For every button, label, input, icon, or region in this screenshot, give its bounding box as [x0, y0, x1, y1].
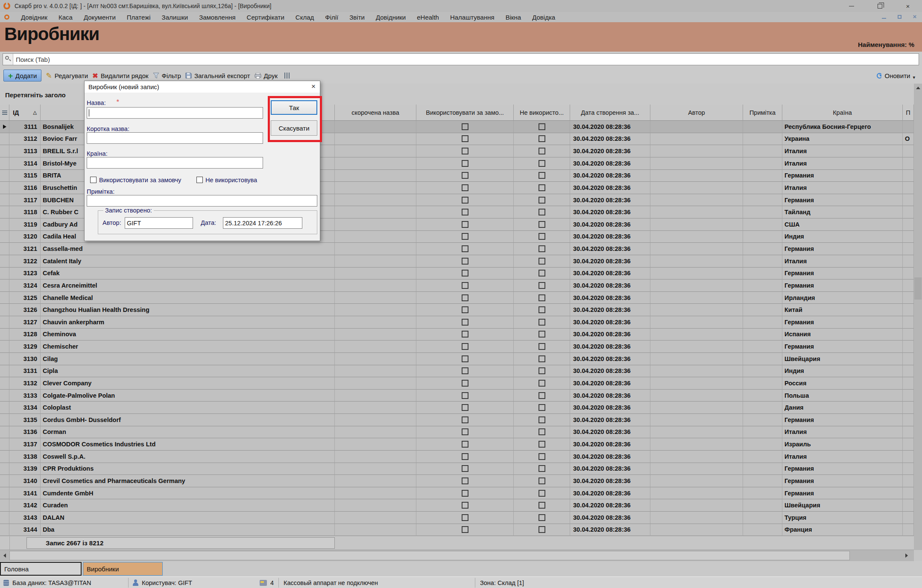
not-used-checkbox[interactable]: [539, 270, 545, 277]
cell-id[interactable]: 3138: [9, 451, 41, 463]
cell-created-date[interactable]: 30.04.2020 08:28:36: [570, 438, 650, 451]
cell-p[interactable]: [903, 292, 914, 304]
cell-id[interactable]: 3143: [9, 512, 41, 524]
cell-not-used[interactable]: [514, 463, 570, 475]
cell-author[interactable]: [650, 475, 743, 487]
cell-name[interactable]: Cefak: [41, 268, 335, 280]
column-header-id[interactable]: ІД△: [9, 105, 41, 121]
cell-created-date[interactable]: 30.04.2020 08:28:36: [570, 121, 650, 133]
cell-not-used[interactable]: [514, 341, 570, 353]
row-selector-cell[interactable]: [0, 329, 9, 341]
table-row[interactable]: 3133Colgate-Palmolive Polan30.04.2020 08…: [0, 390, 914, 402]
cell-author[interactable]: [650, 145, 743, 157]
cell-use-default[interactable]: [416, 316, 514, 329]
use-default-checkbox[interactable]: [462, 319, 468, 326]
cell-p[interactable]: [903, 279, 914, 292]
cell-created-date[interactable]: 30.04.2020 08:28:36: [570, 463, 650, 475]
vertical-scroll-thumb[interactable]: [914, 277, 922, 300]
cell-country[interactable]: Швейцария: [782, 353, 903, 365]
cell-p[interactable]: [903, 304, 914, 316]
cell-note[interactable]: [743, 475, 782, 487]
cell-short-name[interactable]: [335, 353, 416, 365]
cell-short-name[interactable]: [335, 194, 416, 207]
cell-country[interactable]: Республика Босния-Герцего: [782, 121, 903, 133]
search-icon[interactable]: [3, 54, 13, 65]
cell-note[interactable]: [743, 438, 782, 451]
cell-short-name[interactable]: [335, 390, 416, 402]
cell-created-date[interactable]: 30.04.2020 08:28:36: [570, 255, 650, 268]
cell-note[interactable]: [743, 426, 782, 439]
cell-author[interactable]: [650, 133, 743, 146]
cell-id[interactable]: 3131: [9, 365, 41, 378]
mdi-close-button[interactable]: ×: [910, 13, 919, 20]
cell-created-date[interactable]: 30.04.2020 08:28:36: [570, 487, 650, 500]
cell-name[interactable]: Cumdente GmbH: [41, 487, 335, 500]
cell-name[interactable]: Catalent Italy: [41, 255, 335, 268]
name-field[interactable]: [87, 107, 263, 119]
cell-author[interactable]: [650, 121, 743, 133]
cell-author[interactable]: [650, 365, 743, 378]
row-selector-cell[interactable]: [0, 157, 9, 170]
table-row[interactable]: 3123Cefak30.04.2020 08:28:36Германия: [0, 268, 914, 280]
cell-created-date[interactable]: 30.04.2020 08:28:36: [570, 182, 650, 194]
window-minimize-button[interactable]: [837, 0, 866, 12]
cell-use-default[interactable]: [416, 463, 514, 475]
cell-id[interactable]: 3125: [9, 292, 41, 304]
cell-name[interactable]: Colgate-Palmolive Polan: [41, 390, 335, 402]
column-header-p[interactable]: П: [903, 105, 914, 121]
cell-created-date[interactable]: 30.04.2020 08:28:36: [570, 475, 650, 487]
cell-not-used[interactable]: [514, 157, 570, 170]
cell-author[interactable]: [650, 438, 743, 451]
cell-use-default[interactable]: [416, 255, 514, 268]
cell-short-name[interactable]: [335, 329, 416, 341]
cell-name[interactable]: COSMODOR Cosmetics Industries Ltd: [41, 438, 335, 451]
cell-short-name[interactable]: [335, 121, 416, 133]
note-field[interactable]: [87, 195, 317, 207]
cell-author[interactable]: [650, 499, 743, 512]
cell-author[interactable]: [650, 402, 743, 414]
cell-short-name[interactable]: [335, 243, 416, 255]
cell-not-used[interactable]: [514, 487, 570, 500]
cell-created-date[interactable]: 30.04.2020 08:28:36: [570, 524, 650, 536]
cell-country[interactable]: Турция: [782, 512, 903, 524]
cell-id[interactable]: 3111: [9, 121, 41, 133]
use-default-checkbox[interactable]: [462, 477, 468, 484]
table-row[interactable]: 3129Chemischer30.04.2020 08:28:36Германи…: [0, 341, 914, 353]
cell-short-name[interactable]: [335, 475, 416, 487]
cell-created-date[interactable]: 30.04.2020 08:28:36: [570, 279, 650, 292]
use-default-checkbox[interactable]: [462, 282, 468, 289]
cell-country[interactable]: Украина: [782, 133, 903, 146]
cell-created-date[interactable]: 30.04.2020 08:28:36: [570, 499, 650, 512]
use-default-checkbox[interactable]: [462, 233, 468, 240]
cell-use-default[interactable]: [416, 475, 514, 487]
not-used-checkbox[interactable]: [539, 355, 545, 362]
horizontal-scroll-thumb[interactable]: [9, 551, 850, 560]
cell-country[interactable]: Германия: [782, 487, 903, 500]
cell-use-default[interactable]: [416, 121, 514, 133]
not-used-checkbox[interactable]: [196, 177, 203, 183]
table-row[interactable]: 3144Dba30.04.2020 08:28:36Франция: [0, 524, 914, 536]
table-row[interactable]: 3122Catalent Italy30.04.2020 08:28:36Ита…: [0, 255, 914, 268]
menu-item-Довідник[interactable]: Довідник: [15, 14, 53, 21]
cell-not-used[interactable]: [514, 279, 570, 292]
not-used-checkbox[interactable]: [539, 331, 545, 338]
cell-short-name[interactable]: [335, 499, 416, 512]
cell-use-default[interactable]: [416, 499, 514, 512]
cell-short-name[interactable]: [335, 414, 416, 426]
not-used-checkbox[interactable]: [539, 465, 545, 472]
cell-not-used[interactable]: [514, 377, 570, 390]
cell-short-name[interactable]: [335, 268, 416, 280]
cell-not-used[interactable]: [514, 390, 570, 402]
table-row[interactable]: 3125Chanelle Medical30.04.2020 08:28:36И…: [0, 292, 914, 304]
cell-use-default[interactable]: [416, 451, 514, 463]
cell-short-name[interactable]: [335, 365, 416, 378]
cell-not-used[interactable]: [514, 365, 570, 378]
cell-created-date[interactable]: 30.04.2020 08:28:36: [570, 426, 650, 439]
search-input[interactable]: [13, 56, 919, 63]
cell-use-default[interactable]: [416, 170, 514, 182]
cell-use-default[interactable]: [416, 438, 514, 451]
cell-created-date[interactable]: 30.04.2020 08:28:36: [570, 218, 650, 231]
cell-not-used[interactable]: [514, 218, 570, 231]
horizontal-scrollbar[interactable]: [0, 550, 914, 561]
columns-icon[interactable]: [284, 73, 290, 79]
